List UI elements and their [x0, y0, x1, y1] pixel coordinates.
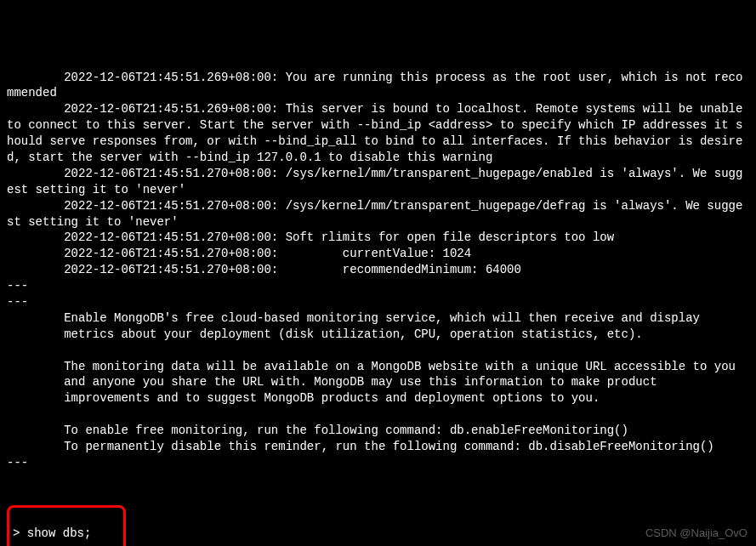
highlighted-command-box: > show dbs; admin 0.000GB config 0.000GB…	[7, 505, 126, 546]
watermark-text: CSDN @Naijia_OvO	[645, 526, 747, 541]
shell-command[interactable]: > show dbs;	[13, 526, 120, 542]
terminal-output: 2022-12-06T21:45:51.269+08:00: You are r…	[7, 70, 749, 471]
